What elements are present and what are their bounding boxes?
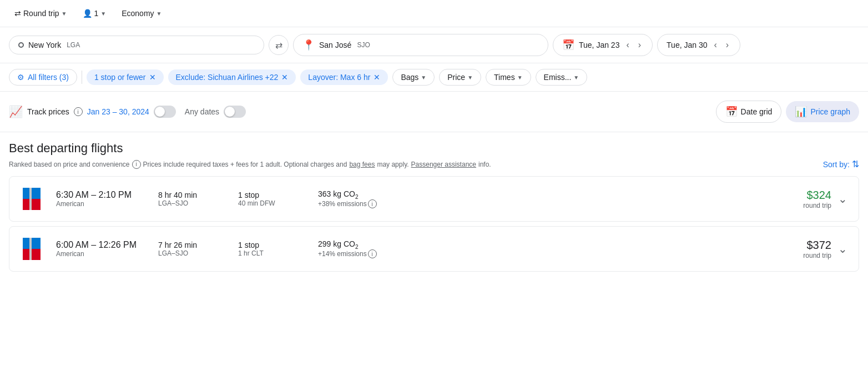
layover-filter-chip[interactable]: Layover: Max 6 hr ✕ [300, 69, 388, 85]
sort-by-button[interactable]: Sort by: ⇅ [823, 159, 859, 169]
emissions-info-icon[interactable]: i [368, 249, 377, 258]
stop-filter-close-icon[interactable]: ✕ [149, 73, 156, 82]
passengers-chevron: ▼ [100, 11, 106, 17]
bags-filter-button[interactable]: Bags ▼ [392, 69, 435, 86]
flight-stops: 1 stop 1 hr CLT [238, 241, 305, 257]
times-filter-label: Times [494, 73, 515, 82]
route-text: LGA–SJO [158, 249, 225, 257]
airline-logo [18, 186, 45, 212]
origin-field[interactable]: New York LGA [9, 36, 264, 54]
swap-button[interactable]: ⇄ [269, 35, 289, 55]
time-dash: – [91, 240, 98, 249]
cabin-class-chevron: ▼ [157, 11, 162, 17]
emissions-sub: +14% emissions i [318, 249, 407, 258]
grid-icon: 📅 [725, 106, 738, 118]
any-dates-toggle[interactable] [224, 106, 246, 118]
emissions-filter-label: Emiss... [544, 73, 572, 82]
any-dates-section: Any dates [185, 106, 246, 118]
depart-next-button[interactable]: › [636, 39, 643, 51]
airline-name: American [56, 250, 145, 258]
times-text: 6:30 AM – 2:10 PM [56, 190, 145, 200]
results-section: Best departing flights Ranked based on p… [0, 132, 868, 285]
depart-date-field[interactable]: 📅 Tue, Jan 23 ‹ › [553, 34, 653, 56]
filter-divider [82, 71, 82, 84]
emissions-filter-button[interactable]: Emiss... ▼ [536, 69, 588, 86]
stops-text: 1 stop [238, 191, 305, 199]
expand-flight-button[interactable]: ⌄ [836, 240, 850, 258]
bag-fees-link[interactable]: bag fees [349, 161, 375, 168]
track-prices-section: 📈 Track prices i Jan 23 – 30, 2024 [9, 105, 176, 118]
price-label: round trip [803, 252, 831, 259]
date-grid-label: Date grid [741, 107, 773, 116]
airline-filter-chip[interactable]: Exclude: Sichuan Airlines +22 ✕ [168, 69, 296, 85]
price-filter-button[interactable]: Price ▼ [439, 69, 481, 86]
track-prices-toggle[interactable] [154, 106, 176, 118]
passenger-assistance-link[interactable]: Passenger assistance [411, 161, 476, 168]
results-title: Best departing flights [9, 141, 859, 156]
may-apply-text: may apply. [377, 161, 408, 168]
all-filters-button[interactable]: ⚙ All filters (3) [9, 69, 77, 86]
track-prices-label: Track prices [27, 107, 69, 116]
flight-emissions: 363 kg CO2 +38% emissions i [318, 189, 407, 209]
emissions-info-icon[interactable]: i [368, 199, 377, 208]
track-prices-bar: 📈 Track prices i Jan 23 – 30, 2024 Any d… [0, 92, 868, 132]
chart-icon: 📊 [795, 106, 807, 118]
flight-emissions: 299 kg CO2 +14% emissions i [318, 239, 407, 259]
depart-time: 6:00 AM [56, 240, 89, 249]
price-label: round trip [803, 202, 831, 209]
arrive-time: 2:10 PM [99, 190, 132, 199]
depart-date-text: Tue, Jan 23 [579, 41, 619, 49]
bags-chevron-icon: ▼ [421, 74, 426, 81]
price-graph-label: Price graph [810, 107, 850, 116]
date-grid-button[interactable]: 📅 Date grid [716, 101, 782, 123]
passengers-label: 1 [94, 9, 99, 18]
destination-field[interactable]: 📍 San José SJO [293, 34, 548, 56]
stop-filter-chip[interactable]: 1 stop or fewer ✕ [87, 69, 164, 85]
flight-price: $324 round trip [803, 189, 831, 209]
top-bar: ⇄ Round trip ▼ 👤 1 ▼ Economy ▼ [0, 0, 868, 27]
depart-time: 6:30 AM [56, 190, 89, 199]
search-bar: New York LGA ⇄ 📍 San José SJO 📅 Tue, Jan… [0, 27, 868, 63]
flight-card[interactable]: 6:30 AM – 2:10 PM American 8 hr 40 min L… [9, 176, 859, 222]
cabin-class-button[interactable]: Economy ▼ [116, 6, 167, 21]
expand-flight-button[interactable]: ⌄ [836, 190, 850, 208]
return-next-button[interactable]: › [724, 39, 731, 51]
duration-text: 7 hr 26 min [158, 241, 225, 249]
emissions-text: 299 kg CO2 [318, 239, 407, 250]
emissions-chevron-icon: ▼ [573, 74, 579, 81]
co2-subscript: 2 [355, 243, 359, 249]
price-amount: $324 [803, 189, 831, 202]
info-end-text: info. [478, 161, 491, 168]
trip-type-button[interactable]: ⇄ Round trip ▼ [9, 6, 73, 21]
flight-duration: 7 hr 26 min LGA–SJO [158, 241, 225, 257]
svg-rect-2 [29, 188, 32, 210]
flight-times: 6:00 AM – 12:26 PM American [56, 240, 145, 258]
filter-icon: ⚙ [17, 73, 24, 82]
times-filter-button[interactable]: Times ▼ [486, 69, 531, 86]
bags-filter-label: Bags [401, 73, 418, 82]
emissions-pct: +38% emissions [318, 200, 367, 208]
flight-list: 6:30 AM – 2:10 PM American 8 hr 40 min L… [9, 176, 859, 272]
return-prev-button[interactable]: ‹ [712, 39, 719, 51]
layover-filter-close-icon[interactable]: ✕ [374, 73, 380, 82]
co2-value: 299 kg CO [318, 239, 355, 248]
co2-subscript: 2 [355, 193, 359, 199]
calendar-icon: 📅 [562, 39, 574, 51]
price-graph-button[interactable]: 📊 Price graph [786, 101, 859, 122]
track-info-icon[interactable]: i [74, 107, 83, 116]
depart-prev-button[interactable]: ‹ [624, 39, 631, 51]
airline-name: American [56, 200, 145, 208]
track-date-range: Jan 23 – 30, 2024 [87, 107, 149, 116]
return-date-field[interactable]: Tue, Jan 30 ‹ › [657, 34, 740, 56]
price-amount: $372 [803, 239, 831, 252]
airline-logo [18, 236, 45, 262]
price-chevron-icon: ▼ [467, 74, 473, 81]
sort-by-label: Sort by: [823, 160, 850, 169]
flight-card[interactable]: 6:00 AM – 12:26 PM American 7 hr 26 min … [9, 226, 859, 272]
airline-filter-close-icon[interactable]: ✕ [281, 73, 288, 82]
ranked-info-icon[interactable]: i [132, 160, 141, 169]
any-dates-label: Any dates [185, 107, 219, 116]
ranked-text: Ranked based on price and convenience [9, 161, 130, 168]
passengers-button[interactable]: 👤 1 ▼ [77, 6, 112, 21]
flight-stops: 1 stop 40 min DFW [238, 191, 305, 207]
